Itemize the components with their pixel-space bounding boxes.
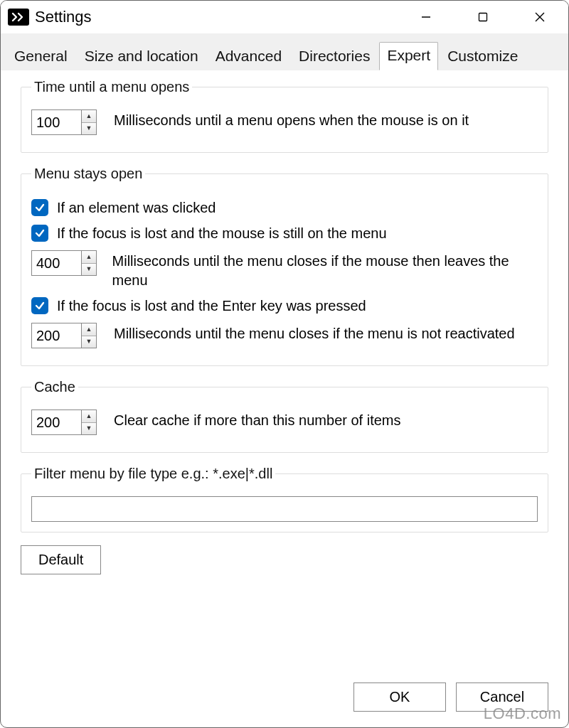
legend-menu-stays-open: Menu stays open bbox=[31, 166, 145, 182]
app-icon bbox=[8, 9, 29, 26]
window-controls bbox=[398, 1, 568, 33]
close-mouse-leave-desc: Milliseconds until the menu closes if th… bbox=[112, 250, 538, 290]
tab-size-and-location[interactable]: Size and location bbox=[77, 43, 206, 70]
spin-down-icon[interactable]: ▼ bbox=[82, 336, 96, 348]
tab-directories[interactable]: Directories bbox=[291, 43, 378, 70]
spinner-buttons: ▲ ▼ bbox=[81, 109, 97, 135]
group-cache: Cache ▲ ▼ Clear cache if more than this … bbox=[21, 379, 548, 453]
spin-up-icon[interactable]: ▲ bbox=[82, 410, 96, 423]
dialog-footer: OK Cancel bbox=[1, 671, 568, 727]
spin-down-icon[interactable]: ▼ bbox=[82, 123, 96, 135]
tabstrip: General Size and location Advanced Direc… bbox=[1, 33, 568, 70]
checkbox-icon bbox=[31, 297, 48, 314]
menu-open-time-desc: Milliseconds until a menu opens when the… bbox=[114, 109, 469, 130]
spinner-buttons: ▲ ▼ bbox=[81, 250, 97, 276]
settings-window: Settings General Size and location Advan… bbox=[0, 0, 569, 728]
legend-cache: Cache bbox=[31, 379, 78, 395]
cache-desc: Clear cache if more than this number of … bbox=[114, 410, 401, 430]
cache-input[interactable] bbox=[31, 410, 81, 435]
svg-rect-1 bbox=[479, 14, 487, 21]
ok-button[interactable]: OK bbox=[353, 682, 446, 712]
content-area: Time until a menu opens ▲ ▼ Milliseconds… bbox=[1, 70, 568, 671]
check-element-clicked[interactable]: If an element was clicked bbox=[31, 199, 538, 216]
spin-up-icon[interactable]: ▲ bbox=[82, 110, 96, 123]
legend-filter: Filter menu by file type e.g.: *.exe|*.d… bbox=[31, 466, 275, 482]
check-focus-lost-mouse[interactable]: If the focus is lost and the mouse is st… bbox=[31, 225, 538, 242]
menu-open-time-spinner[interactable]: ▲ ▼ bbox=[31, 109, 102, 135]
cancel-button[interactable]: Cancel bbox=[456, 682, 548, 712]
spin-down-icon[interactable]: ▼ bbox=[82, 264, 96, 276]
spinner-buttons: ▲ ▼ bbox=[81, 323, 97, 348]
checkbox-icon bbox=[31, 225, 48, 242]
minimize-button[interactable] bbox=[398, 1, 454, 33]
legend-menu-open-time: Time until a menu opens bbox=[31, 79, 192, 95]
check-element-clicked-label: If an element was clicked bbox=[57, 200, 216, 216]
group-menu-open-time: Time until a menu opens ▲ ▼ Milliseconds… bbox=[21, 79, 548, 153]
tab-general[interactable]: General bbox=[6, 43, 75, 70]
spin-up-icon[interactable]: ▲ bbox=[82, 323, 96, 336]
close-not-reactivated-desc: Milliseconds until the menu closes if th… bbox=[114, 323, 515, 343]
check-focus-lost-enter[interactable]: If the focus is lost and the Enter key w… bbox=[31, 297, 538, 314]
window-title: Settings bbox=[35, 8, 92, 26]
close-not-reactivated-input[interactable] bbox=[31, 323, 81, 348]
check-focus-lost-mouse-label: If the focus is lost and the mouse is st… bbox=[57, 225, 387, 242]
tab-customize[interactable]: Customize bbox=[440, 43, 526, 70]
maximize-button[interactable] bbox=[454, 1, 511, 33]
cache-spinner[interactable]: ▲ ▼ bbox=[31, 410, 102, 435]
filter-input[interactable] bbox=[31, 496, 538, 522]
default-button[interactable]: Default bbox=[21, 545, 101, 574]
group-menu-stays-open: Menu stays open If an element was clicke… bbox=[21, 166, 548, 366]
close-mouse-leave-input[interactable] bbox=[31, 250, 81, 276]
spin-down-icon[interactable]: ▼ bbox=[82, 423, 96, 435]
tab-advanced[interactable]: Advanced bbox=[208, 43, 289, 70]
spinner-buttons: ▲ ▼ bbox=[81, 410, 97, 435]
close-mouse-leave-spinner[interactable]: ▲ ▼ bbox=[31, 250, 101, 276]
close-not-reactivated-spinner[interactable]: ▲ ▼ bbox=[31, 323, 102, 348]
close-button[interactable] bbox=[511, 1, 568, 33]
group-filter: Filter menu by file type e.g.: *.exe|*.d… bbox=[21, 466, 548, 532]
titlebar: Settings bbox=[1, 1, 568, 33]
menu-open-time-input[interactable] bbox=[31, 109, 81, 135]
checkbox-icon bbox=[31, 199, 48, 216]
tab-expert[interactable]: Expert bbox=[379, 42, 438, 70]
check-focus-lost-enter-label: If the focus is lost and the Enter key w… bbox=[57, 298, 366, 314]
spin-up-icon[interactable]: ▲ bbox=[82, 251, 96, 264]
